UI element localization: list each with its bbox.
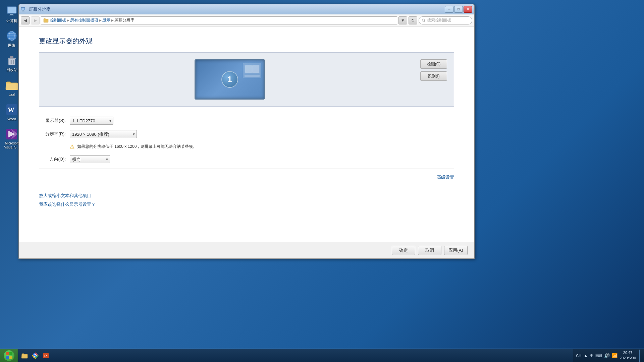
svg-line-25 bbox=[424, 21, 425, 22]
monitor-mini-inner bbox=[245, 65, 260, 73]
svg-point-32 bbox=[34, 355, 36, 357]
computer-icon bbox=[5, 5, 18, 18]
display-select-wrapper[interactable]: 1. LED2770 ▼ bbox=[70, 117, 113, 125]
address-field[interactable]: 控制面板 ▶ 所有控制面板项 ▶ 显示 ▶ 屏幕分辨率 bbox=[41, 16, 397, 24]
forward-button[interactable]: ▶ bbox=[31, 16, 40, 24]
ok-button[interactable]: 确定 bbox=[392, 246, 415, 255]
window-content: 更改显示器的外观 1 bbox=[19, 26, 474, 242]
maximize-button[interactable]: □ bbox=[454, 6, 463, 13]
apply-button[interactable]: 应用(A) bbox=[444, 246, 468, 255]
window-titlebar: 屏幕分辨率 ─ □ ✕ bbox=[19, 4, 474, 14]
bc-display[interactable]: 显示 bbox=[102, 17, 110, 23]
window-title: 屏幕分辨率 bbox=[29, 6, 51, 12]
vs-icon bbox=[5, 127, 18, 141]
explorer-icon bbox=[21, 352, 28, 359]
orientation-label: 方向(O): bbox=[39, 156, 66, 162]
display-row: 显示器(S): 1. LED2770 ▼ bbox=[39, 117, 454, 125]
taskbar-clock[interactable]: 20:47 2020/5/30 bbox=[620, 350, 636, 361]
identify-button[interactable]: 识别(I) bbox=[420, 71, 447, 81]
taskbar-ppt-button[interactable]: P bbox=[41, 351, 51, 361]
svg-rect-28 bbox=[6, 356, 9, 359]
display-label: 显示器(S): bbox=[39, 118, 66, 124]
monitor-number: 1 bbox=[221, 71, 238, 88]
mini-bar-1 bbox=[245, 65, 252, 73]
chevron-tray-icon[interactable]: ▲ bbox=[583, 353, 588, 358]
svg-rect-27 bbox=[9, 352, 12, 355]
bc-current: 屏幕分辨率 bbox=[114, 17, 135, 23]
ime-icon: 中 bbox=[590, 353, 593, 358]
word-icon: W bbox=[5, 103, 18, 116]
desktop-icon-label: 网络 bbox=[8, 43, 15, 48]
orientation-select-wrapper[interactable]: 横向 ▼ bbox=[70, 155, 110, 163]
orientation-select[interactable]: 横向 bbox=[70, 155, 110, 163]
help-link-1[interactable]: 放大或缩小文本和其他项目 bbox=[39, 193, 454, 199]
help-links: 放大或缩小文本和其他项目 我应该选择什么显示器设置？ bbox=[39, 193, 454, 207]
advanced-settings-link[interactable]: 高级设置 bbox=[437, 174, 454, 180]
show-desktop-button[interactable] bbox=[639, 350, 641, 362]
close-button[interactable]: ✕ bbox=[464, 6, 472, 13]
monitor-preview-area: 1 检测(C) 识别(I) bbox=[39, 52, 454, 107]
resolution-select-wrapper[interactable]: 644 × 362 (推荐) ▼ bbox=[70, 130, 137, 138]
start-button[interactable] bbox=[0, 349, 18, 362]
divider-2 bbox=[39, 186, 454, 186]
start-orb bbox=[4, 350, 14, 361]
taskbar-tray: CH ▲ 中 ⌨ 🔊 📶 20:47 2020/5/30 bbox=[573, 349, 644, 362]
monitor-screen: 1 bbox=[195, 59, 265, 100]
desktop-icon-label: 计算机 bbox=[6, 19, 17, 23]
help-link-2[interactable]: 我应该选择什么显示器设置？ bbox=[39, 201, 454, 207]
warning-icon: ⚠ bbox=[70, 143, 74, 150]
desktop-icon-label: MicrosoftVisual S... bbox=[4, 141, 19, 149]
svg-rect-26 bbox=[6, 352, 9, 355]
svg-rect-29 bbox=[9, 356, 12, 359]
clock-time: 20:47 bbox=[620, 350, 636, 355]
desktop: 计算机 网络 bbox=[0, 0, 644, 362]
window-controls: ─ □ ✕ bbox=[445, 6, 472, 13]
svg-rect-23 bbox=[22, 11, 24, 11]
window-footer: 确定 取消 应用(A) bbox=[19, 242, 474, 258]
svg-rect-21 bbox=[21, 8, 24, 10]
main-window: 屏幕分辨率 ─ □ ✕ ◀ ▶ 控制面板 ▶ 所有控制面板项 ▶ 显示 bbox=[18, 4, 475, 259]
breadcrumb: 控制面板 ▶ 所有控制面板项 ▶ 显示 ▶ 屏幕分辨率 bbox=[50, 17, 135, 23]
svg-rect-3 bbox=[9, 15, 14, 15]
minimize-button[interactable]: ─ bbox=[445, 6, 453, 13]
desktop-icon-label: 回收站 bbox=[6, 68, 17, 72]
display-select[interactable]: 1. LED2770 bbox=[70, 117, 113, 125]
search-box[interactable]: 搜索控制面板 bbox=[419, 16, 472, 24]
taskbar-items: P bbox=[18, 351, 573, 361]
svg-rect-1 bbox=[8, 7, 16, 13]
keyboard-tray-icon: CH bbox=[576, 354, 581, 358]
network-icon bbox=[5, 29, 18, 43]
monitor-display: 1 bbox=[46, 59, 414, 100]
svg-text:W: W bbox=[8, 106, 14, 114]
window-icon bbox=[21, 7, 26, 12]
bc-all-items[interactable]: 所有控制面板项 bbox=[70, 17, 98, 23]
orientation-row: 方向(O): 横向 ▼ bbox=[39, 155, 454, 163]
folder-small-icon bbox=[43, 18, 49, 23]
taskbar-explorer-button[interactable] bbox=[19, 351, 30, 361]
monitor-mini-window bbox=[243, 63, 261, 78]
resolution-select[interactable]: 644 × 362 (推荐) bbox=[70, 130, 137, 138]
taskbar: P CH ▲ 中 ⌨ 🔊 📶 20:47 2020/5/30 bbox=[0, 349, 644, 362]
desktop-icon-label: tool bbox=[9, 93, 15, 97]
address-bar: ◀ ▶ 控制面板 ▶ 所有控制面板项 ▶ 显示 ▶ 屏幕分辨率 ▼ ↻ bbox=[19, 14, 474, 26]
volume-icon[interactable]: 🔊 bbox=[604, 353, 610, 358]
warning-text: 如果您的分辨率低于 1600 x 1200，则屏幕上可能无法容纳某些项。 bbox=[77, 144, 197, 149]
resolution-label: 分辨率(R): bbox=[39, 131, 66, 137]
presentation-icon: P bbox=[43, 352, 49, 359]
advanced-link-row: 高级设置 bbox=[39, 174, 454, 180]
clock-date: 2020/5/30 bbox=[620, 356, 636, 361]
divider bbox=[39, 169, 454, 169]
back-button[interactable]: ◀ bbox=[21, 16, 30, 24]
refresh-button[interactable]: ↻ bbox=[409, 16, 417, 24]
cancel-button[interactable]: 取消 bbox=[418, 246, 441, 255]
address-dropdown-button[interactable]: ▼ bbox=[398, 16, 407, 24]
bc-controlpanel[interactable]: 控制面板 bbox=[50, 17, 66, 23]
keyboard-icon: ⌨ bbox=[595, 353, 602, 358]
taskbar-chrome-button[interactable] bbox=[30, 351, 40, 361]
detect-button[interactable]: 检测(C) bbox=[420, 59, 447, 69]
desktop-icon-label: Word bbox=[7, 117, 16, 121]
network-tray-icon[interactable]: 📶 bbox=[612, 353, 618, 358]
svg-rect-2 bbox=[10, 14, 13, 15]
search-icon bbox=[422, 18, 426, 22]
page-title: 更改显示器的外观 bbox=[39, 37, 454, 46]
